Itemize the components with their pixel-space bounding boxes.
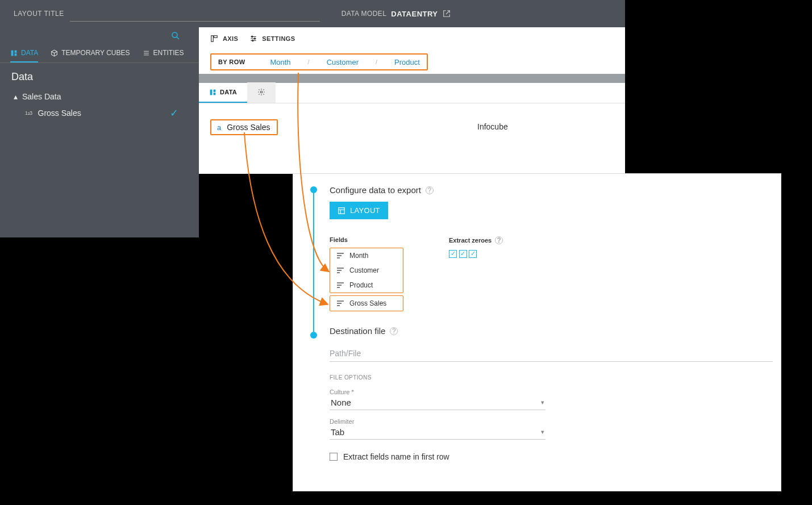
axis-bar: AXIS SETTINGS [199,27,625,50]
delimiter-value: Tab [331,427,344,437]
help-icon[interactable]: ? [390,327,398,335]
sidebar-item-label: Gross Sales [38,108,81,118]
svg-point-6 [252,36,253,37]
config-panel: Configure data to export ? LAYOUT Fields… [293,173,781,491]
chip-separator: / [308,59,310,65]
chevron-down-icon: ▾ [541,399,544,406]
file-options-heading: FILE OPTIONS [330,374,769,381]
cube-name: Gross Sales [227,123,270,132]
fields-box-measures: Gross Sales [330,295,403,311]
chevron-down-icon: ▾ [541,428,544,436]
cube-slot-gross-sales[interactable]: a Gross Sales [210,119,278,135]
byrow-chip-product[interactable]: Product [394,58,420,66]
fields-box-dimensions: Month Customer Product [330,248,403,293]
data-model-name: DATAENTRY [391,10,438,18]
help-icon[interactable]: ? [495,236,503,244]
sidebar-tab-data[interactable]: DATA [10,49,38,62]
help-icon[interactable]: ? [426,186,434,194]
sort-icon [337,268,344,273]
svg-rect-10 [214,89,216,91]
field-row-gross-sales[interactable]: Gross Sales [330,296,403,311]
svg-rect-2 [15,50,17,52]
data-tab-settings[interactable] [247,82,276,103]
data-tabs: DATA [199,83,625,103]
data-tab-data[interactable]: DATA [199,82,247,103]
layout-button-label: LAYOUT [350,206,380,215]
sidebar-heading: Data [0,63,199,86]
sidebar-tabs: DATA TEMPORARY CUBES ENTITIES [0,27,199,62]
extract-fieldnames-label: Extract fields name in first row [343,452,449,461]
layout-icon [338,207,345,215]
sidebar-tab-entities-label: ENTITIES [153,49,184,57]
layout-title-input[interactable] [70,6,320,22]
destination-path-input[interactable] [330,345,773,362]
data-tab-label: DATA [220,89,237,95]
layout-title-label: LAYOUT TITLE [14,10,64,18]
byrow-label: BY ROW [218,59,245,65]
timeline-dot [310,186,317,193]
extract-zero-checkbox-customer[interactable]: ✓ [459,250,467,258]
field-label: Month [349,252,368,260]
sidebar-tab-entities[interactable]: ENTITIES [143,49,184,62]
sort-icon [337,301,344,306]
field-row-month[interactable]: Month [330,248,403,263]
byrow-chip-month[interactable]: Month [270,58,290,66]
settings-tab[interactable]: SETTINGS [249,35,295,43]
check-icon: ✓ [170,107,178,119]
field-label: Product [349,281,373,289]
gear-icon [257,88,265,96]
timeline-line [313,191,314,335]
byrow-box: BY ROW Month / Customer / Product [210,53,428,70]
app-header: LAYOUT TITLE DATA MODEL DATAENTRY [0,0,625,27]
field-label: Customer [349,266,379,274]
sort-icon [337,282,344,288]
sort-icon [337,253,344,258]
sidebar-group-label: Sales Data [22,92,61,101]
field-row-customer[interactable]: Customer [330,263,403,278]
axis-tab[interactable]: AXIS [210,35,238,43]
field-row-product[interactable]: Product [330,278,403,293]
svg-rect-13 [339,207,345,214]
svg-point-12 [260,91,263,93]
sidebar-group-sales-data[interactable]: ▴ Sales Data [0,86,199,103]
extract-zero-checkbox-product[interactable]: ✓ [469,250,477,258]
delimiter-select[interactable]: Tab ▾ [330,425,546,440]
extract-fieldnames-checkbox[interactable] [330,453,338,461]
caret-up-icon: ▴ [14,92,18,101]
layout-button[interactable]: LAYOUT [330,202,388,219]
timeline-dot [310,332,317,339]
sidebar-item-gross-sales[interactable]: 1₂3 Gross Sales ✓ [0,103,199,123]
data-model-label: DATA MODEL [342,10,387,18]
svg-point-7 [254,38,255,39]
sidebar-tab-temporary-cubes[interactable]: TEMPORARY CUBES [51,49,130,62]
svg-rect-4 [211,36,214,42]
svg-point-0 [172,32,177,37]
data-canvas: a Gross Sales [199,103,625,174]
destination-title: Destination file [330,326,385,336]
svg-point-8 [252,40,253,41]
cube-letter: a [217,123,221,132]
axis-label: AXIS [223,35,238,42]
extract-zero-heading: Extract zeroes [449,237,492,244]
svg-rect-11 [214,93,216,95]
culture-select[interactable]: None ▾ [330,395,546,410]
search-icon[interactable] [170,31,181,41]
culture-value: None [331,398,351,407]
svg-rect-3 [15,53,17,56]
svg-rect-9 [210,89,213,95]
svg-rect-5 [214,36,217,38]
infocube-label: Infocube [477,122,508,131]
field-label: Gross Sales [349,299,386,307]
external-link-icon[interactable] [443,10,451,18]
extract-zero-checkbox-month[interactable]: ✓ [449,250,457,258]
delimiter-label: Delimiter [330,418,546,425]
number-icon: 1₂3 [25,110,32,116]
sidebar-tab-data-label: DATA [21,49,38,57]
configure-title: Configure data to export [330,185,421,195]
culture-label: Culture * [330,389,546,395]
sidebar-tab-temp-cubes-label: TEMPORARY CUBES [61,49,130,57]
sidebar: DATA TEMPORARY CUBES ENTITIES Data ▴ Sal… [0,27,199,237]
chip-separator: / [376,59,377,65]
svg-rect-1 [11,50,14,56]
byrow-chip-customer[interactable]: Customer [327,58,359,66]
